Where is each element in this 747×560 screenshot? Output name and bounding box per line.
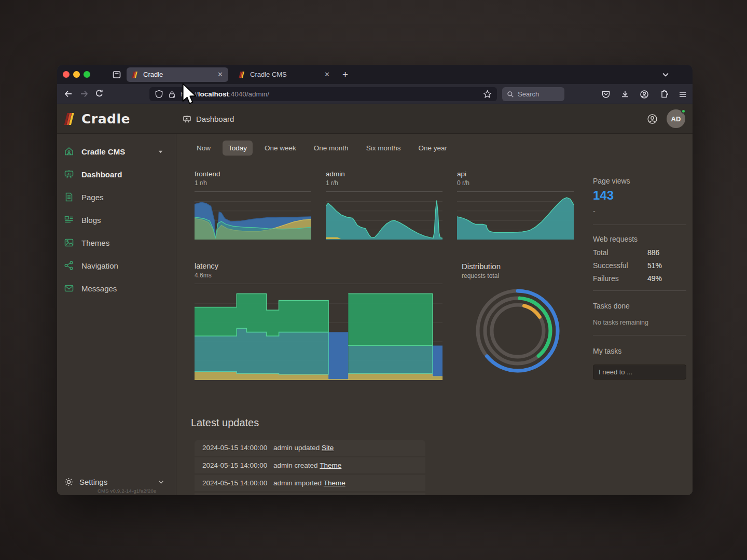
gear-icon [64,477,74,487]
search-input[interactable] [518,90,559,98]
update-time: 2024-05-15 14:00:00 [202,444,273,452]
header-dashboard[interactable]: Dashboard [183,115,234,123]
range-six-months[interactable]: Six months [361,141,407,156]
update-link[interactable]: Site [322,444,334,452]
pocket-icon[interactable] [601,90,611,99]
lock-icon[interactable] [168,90,176,99]
sidebar-settings[interactable]: Settings CMS v0.9.2-14-g1fa2f20e [57,468,176,495]
forward-button[interactable] [79,89,89,99]
range-one-week[interactable]: One week [259,141,302,156]
tasks-done-label: Tasks done [593,302,630,310]
sidebar-item-blogs[interactable]: Blogs [57,208,176,231]
chart-title: api [457,170,574,178]
sidebar-label: Blogs [81,216,101,225]
chart-admin: admin 1 r/h [326,170,442,240]
sidebar-item-messages[interactable]: Messages [57,277,176,300]
stat-row-successful: Successful51% [593,261,686,270]
chart-title: Distribution [462,262,581,271]
cradle-favicon [239,71,246,78]
minimize-window-button[interactable] [73,71,80,78]
chart-value: 1 r/h [326,179,442,187]
sidebar-label: Navigation [81,261,118,270]
workspace-caret-icon[interactable] [158,149,163,155]
my-tasks-label: My tasks [593,347,621,355]
url-bar[interactable]: http://localhost:4040/admin/ [149,87,497,101]
web-requests-label: Web requests [593,235,638,243]
tab-cradle-cms[interactable]: Cradle CMS ✕ [233,67,335,82]
update-row[interactable]: 2024-05-15 14:00:00 admin updated Site [195,440,425,456]
list-tabs-chevron-icon[interactable] [661,71,670,79]
tab-close-icon[interactable]: ✕ [217,71,223,78]
chart-title: frontend [195,170,311,178]
brand-name: Cradle [81,111,130,127]
settings-chevron-icon[interactable] [158,479,164,485]
image-icon [64,237,74,248]
divider [593,225,686,225]
update-row-partial [195,493,425,495]
account-icon[interactable] [640,90,649,99]
sitemap-icon [64,260,74,271]
range-one-month[interactable]: One month [308,141,354,156]
cradle-favicon [132,71,139,78]
cradle-logo-icon [63,112,77,126]
bookmark-star-icon[interactable] [483,90,492,99]
window-controls [63,71,90,78]
range-one-year[interactable]: One year [412,141,453,156]
search-icon [507,91,514,98]
search-box[interactable] [502,87,564,101]
cradle-app: Cradle Dashboard AD Cradle CMS [57,104,693,495]
user-account-icon[interactable] [647,114,658,124]
chart-title: admin [326,170,442,178]
maximize-window-button[interactable] [84,71,90,78]
time-range-tabs: Now Today One week One month Six months … [191,141,453,156]
page-views-sub: - [593,207,596,215]
dashboard-icon [64,169,74,179]
sidebar-item-themes[interactable]: Themes [57,231,176,254]
range-today[interactable]: Today [223,141,253,156]
page-icon [64,192,74,202]
update-row[interactable]: 2024-05-15 14:00:00 admin imported Theme [195,475,425,491]
online-status-dot [681,109,686,114]
new-tab-button[interactable]: + [342,69,348,80]
update-action: admin updated Site [273,444,334,452]
tab-close-icon[interactable]: ✕ [324,71,330,78]
divider [593,290,686,291]
sidebar-item-dashboard[interactable]: Dashboard [57,163,176,186]
header-nav-title: Dashboard [196,115,234,123]
browser-toolbar: http://localhost:4040/admin/ [57,84,693,104]
url-text: http://localhost:4040/admin/ [181,90,478,98]
latency-step-chart [195,284,442,380]
dashboard-icon [183,115,191,123]
chart-title: latency [195,262,442,270]
cradle-logo: Cradle [63,111,130,127]
update-row[interactable]: 2024-05-15 14:00:00 admin created Theme [195,457,425,473]
download-icon[interactable] [620,90,630,99]
stat-row-total: Total886 [593,248,686,257]
tab-overview-icon[interactable] [112,70,121,79]
reload-button[interactable] [94,89,104,99]
app-header: Cradle Dashboard AD [57,104,693,134]
back-button[interactable] [63,89,74,99]
sidebar-label: Dashboard [81,170,122,179]
menu-hamburger-icon[interactable] [678,90,687,99]
chart-frontend: frontend 1 r/h [195,170,311,240]
sidebar-item-pages[interactable]: Pages [57,186,176,208]
update-action: admin imported Theme [273,479,345,487]
sidebar-item-navigation[interactable]: Navigation [57,254,176,277]
close-window-button[interactable] [63,71,70,78]
range-now[interactable]: Now [191,141,216,156]
sidebar-label: Themes [81,239,109,247]
sidebar-workspace[interactable]: Cradle CMS [57,140,176,163]
update-link[interactable]: Theme [324,479,345,487]
avatar[interactable]: AD [667,109,685,128]
extensions-icon[interactable] [659,90,668,99]
tab-cradle[interactable]: Cradle ✕ [127,67,228,82]
chart-value: 0 r/h [457,179,574,187]
new-task-input[interactable] [593,365,686,380]
settings-label: Settings [79,478,107,486]
workspace-name: Cradle CMS [81,147,125,156]
update-link[interactable]: Theme [320,461,341,469]
tracking-shield-icon[interactable] [155,90,163,99]
sidebar-label: Messages [81,284,117,293]
page-views-value: 143 [593,188,614,203]
